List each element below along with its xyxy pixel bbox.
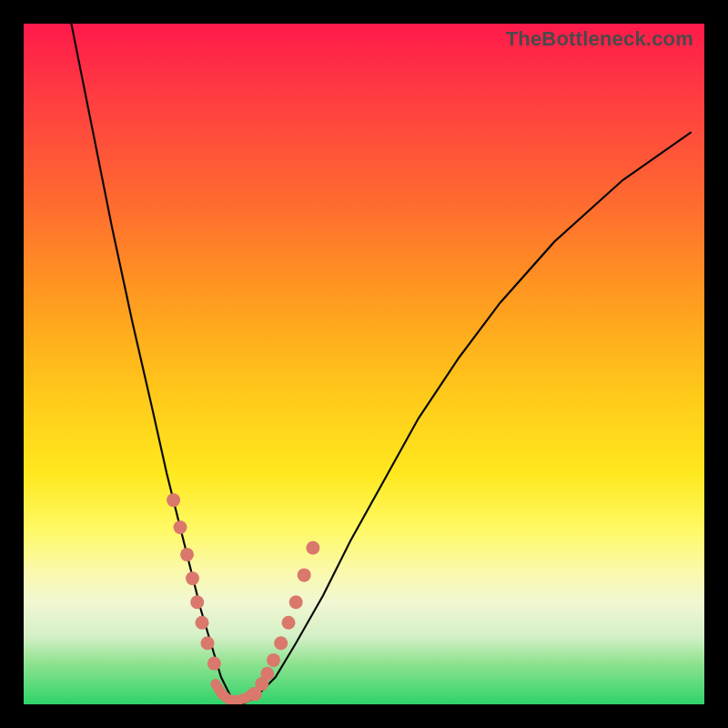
marker-point: [260, 667, 274, 681]
marker-point: [174, 521, 187, 534]
curve-tip-highlight: [216, 684, 254, 701]
marker-point: [267, 653, 280, 667]
marker-point: [201, 636, 215, 650]
marker-point: [306, 541, 319, 555]
marker-point: [186, 571, 199, 585]
marker-point: [207, 657, 221, 671]
marker-point: [274, 636, 288, 650]
marker-point: [289, 595, 303, 609]
curve-svg: [24, 24, 704, 704]
plot-area: TheBottleneck.com: [24, 24, 704, 704]
marker-point: [167, 493, 180, 507]
bottleneck-curve: [71, 24, 691, 704]
marker-group: [167, 493, 319, 701]
outer-frame: TheBottleneck.com: [0, 0, 728, 728]
marker-point: [190, 595, 204, 609]
marker-point: [180, 548, 194, 561]
marker-point: [298, 568, 311, 581]
marker-point: [282, 616, 296, 630]
marker-point: [196, 616, 209, 630]
